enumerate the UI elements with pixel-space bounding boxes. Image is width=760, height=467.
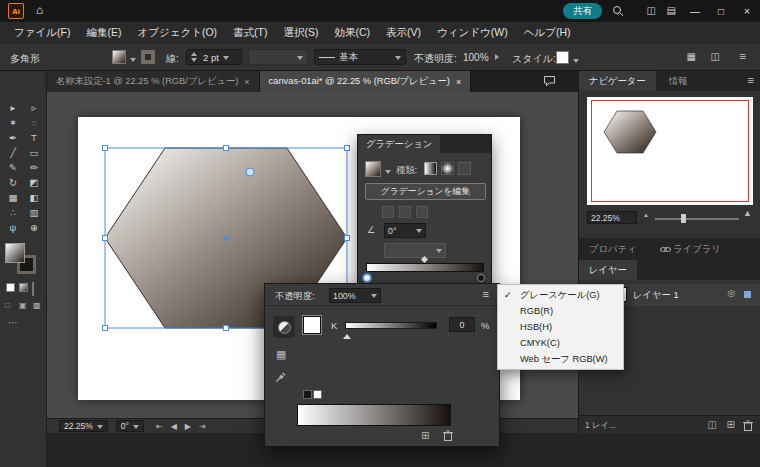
zoom-in-icon[interactable]: ▲	[743, 208, 752, 218]
tab-layers[interactable]: レイヤー	[579, 260, 637, 280]
last-artboard-button[interactable]: ⇥	[199, 422, 206, 431]
symbol-sprayer-tool[interactable]: ∴	[3, 205, 23, 220]
chevron-down-icon[interactable]	[223, 56, 229, 63]
mini-fill-indicator[interactable]	[303, 390, 312, 399]
chevron-down-icon[interactable]	[130, 58, 136, 65]
freeform-gradient-button[interactable]	[458, 162, 471, 175]
scale-tool[interactable]: ◩	[24, 175, 44, 190]
zoom-out-icon[interactable]: ▲	[643, 212, 649, 218]
tab-navigator[interactable]: ナビゲーター	[579, 71, 656, 91]
opacity-value[interactable]: 100%	[463, 52, 489, 63]
tab-gradient[interactable]: グラデーション	[358, 135, 440, 153]
minimize-button[interactable]: —	[682, 0, 708, 22]
draw-inside-icon[interactable]: ▩	[33, 301, 41, 310]
close-button[interactable]: ×	[734, 0, 760, 22]
maximize-button[interactable]: □	[708, 0, 734, 22]
layer-target-icon[interactable]: ◎	[727, 288, 735, 298]
panels-icon[interactable]: ◫	[711, 51, 720, 62]
menu-help[interactable]: ヘルプ(H)	[516, 26, 579, 40]
chevron-down-icon[interactable]	[416, 229, 422, 236]
panel-menu-icon[interactable]: ≡	[483, 288, 489, 300]
home-icon[interactable]: ⌂	[36, 3, 43, 17]
zoom-dropdown[interactable]: 22.25%	[59, 420, 108, 432]
menu-file[interactable]: ファイル(F)	[6, 26, 78, 40]
chevron-down-icon[interactable]	[97, 425, 103, 432]
gradient-angle-field[interactable]: 0°	[384, 223, 426, 238]
opacity-dropdown[interactable]: 100%	[329, 288, 381, 303]
chevron-down-icon[interactable]	[573, 59, 579, 66]
color-panel-icon[interactable]	[273, 316, 295, 338]
linear-gradient-button[interactable]	[424, 162, 437, 175]
layer-name[interactable]: レイヤー 1	[633, 289, 679, 302]
lasso-tool[interactable]: ◌	[24, 115, 44, 130]
tab-properties[interactable]: プロパティ	[579, 238, 647, 260]
menu-view[interactable]: 表示(V)	[378, 26, 429, 40]
menu-item-rgb[interactable]: RGB(R)	[498, 303, 623, 319]
previous-artboard-button[interactable]: ◀	[171, 422, 177, 431]
menu-select[interactable]: 選択(S)	[275, 26, 326, 40]
color-mode-button[interactable]	[6, 283, 15, 292]
search-icon[interactable]	[612, 5, 624, 17]
line-segment-tool[interactable]: ╱	[3, 145, 23, 160]
document-grid-icon[interactable]: ▦	[687, 51, 696, 62]
navigator-zoom-field[interactable]: 22.25%	[587, 211, 637, 224]
next-artboard-button[interactable]: ▶	[185, 422, 191, 431]
eyedropper-icon[interactable]	[275, 372, 286, 383]
edit-toolbar-icon[interactable]: ⋯	[8, 317, 18, 328]
gradient-mode-button[interactable]	[19, 283, 28, 292]
menu-item-grayscale[interactable]: ✓ グレースケール(G)	[498, 287, 623, 303]
pencil-tool[interactable]: ✏	[24, 160, 44, 175]
comment-icon[interactable]	[543, 75, 556, 88]
gradient-stop-end[interactable]	[477, 274, 485, 282]
k-channel-slider[interactable]	[345, 322, 437, 329]
navigator-zoom-slider[interactable]	[655, 218, 739, 220]
close-icon[interactable]: ×	[244, 77, 249, 87]
new-layer-icon[interactable]: ⊞	[727, 419, 735, 430]
brush-definition-dropdown[interactable]: 基本	[314, 49, 406, 65]
make-mask-icon[interactable]: ◫	[708, 419, 717, 430]
paintbrush-tool[interactable]: ✎	[3, 160, 23, 175]
gradient-thumbnail[interactable]	[365, 161, 381, 177]
pen-tool[interactable]: ✒	[3, 130, 23, 145]
chevron-down-icon[interactable]	[371, 294, 377, 301]
workspace-menu-icon[interactable]: ≡	[740, 50, 746, 62]
gradient-stop-start[interactable]	[362, 273, 372, 283]
style-swatch[interactable]	[556, 51, 569, 64]
type-tool[interactable]: T	[24, 130, 44, 145]
slider-thumb[interactable]	[681, 214, 686, 223]
none-mode-button[interactable]	[32, 282, 34, 296]
live-shape-widget[interactable]	[246, 168, 254, 176]
fill-color-swatch[interactable]	[112, 50, 126, 64]
tab-info[interactable]: 情報	[659, 71, 698, 91]
chevron-down-icon[interactable]	[395, 56, 401, 63]
draw-normal-icon[interactable]: □	[5, 301, 10, 310]
panel-menu-icon[interactable]: ≡	[748, 74, 754, 86]
workspace-icon[interactable]: ▤	[667, 5, 676, 16]
document-tab-canvas01[interactable]: canvas-01ai* @ 22.25 % (RGB/プレビュー) ×	[260, 71, 472, 92]
hand-tool[interactable]: ψ	[3, 220, 23, 235]
radial-gradient-button[interactable]	[441, 162, 454, 175]
tab-cc-libraries[interactable]: ライブラリ	[650, 238, 731, 260]
k-value-field[interactable]: 0	[449, 317, 475, 332]
rectangle-tool[interactable]: ▭	[24, 145, 44, 160]
direct-selection-tool[interactable]: ▹	[24, 100, 44, 115]
rotate-tool[interactable]: ↻	[3, 175, 23, 190]
document-tab-untitled[interactable]: 名称未設定-1 @ 22.25 % (RGB/プレビュー) ×	[47, 71, 260, 92]
layer-selection-indicator[interactable]	[744, 291, 751, 298]
stepper-icon[interactable]	[191, 49, 197, 65]
delete-icon[interactable]	[443, 430, 453, 441]
new-swatch-icon[interactable]: ⊞	[421, 430, 429, 441]
mesh-tool[interactable]: ▦	[3, 190, 23, 205]
delete-layer-icon[interactable]	[743, 420, 753, 431]
chevron-down-icon[interactable]	[385, 170, 391, 177]
swatches-panel-icon[interactable]: ▦	[276, 348, 286, 361]
first-artboard-button[interactable]: ⇤	[156, 422, 163, 431]
arrange-documents-icon[interactable]: ◫	[647, 5, 656, 16]
menu-type[interactable]: 書式(T)	[225, 26, 275, 40]
navigator-preview[interactable]	[587, 97, 753, 205]
menu-item-cmyk[interactable]: CMYK(C)	[498, 335, 623, 351]
mini-stroke-indicator[interactable]	[313, 390, 322, 399]
rotation-dropdown[interactable]: 0°	[116, 420, 144, 432]
zoom-tool[interactable]: ⊕	[24, 220, 44, 235]
stroke-color-swatch[interactable]	[141, 50, 155, 64]
